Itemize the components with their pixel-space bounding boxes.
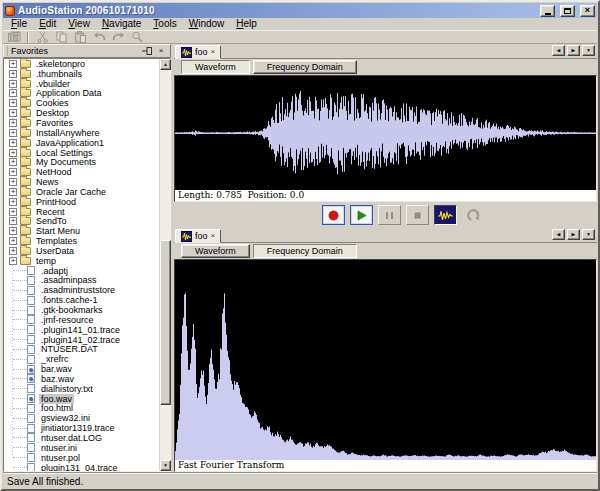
tree-item--asadminpass[interactable]: .asadminpass: [4, 276, 159, 286]
waveform-view-button[interactable]: Waveform: [181, 244, 250, 258]
tree-item-nethood[interactable]: +NetHood: [4, 167, 159, 177]
tree-item--gtk-bookmarks[interactable]: .gtk-bookmarks: [4, 305, 159, 315]
close-button[interactable]: ×: [580, 5, 595, 17]
waveform-canvas[interactable]: [175, 76, 596, 189]
tree-item-bar-wav[interactable]: bar.wav: [4, 364, 159, 374]
menu-item-help[interactable]: Help: [230, 18, 263, 30]
expand-icon[interactable]: +: [9, 149, 17, 157]
tree-item-local-settings[interactable]: +Local Settings: [4, 148, 159, 158]
expand-icon[interactable]: +: [9, 227, 17, 235]
expand-icon[interactable]: +: [9, 237, 17, 245]
tree-item--thumbnails[interactable]: +.thumbnails: [4, 69, 159, 79]
tab-foo[interactable]: foo ×: [175, 45, 221, 59]
tree-item--fonts-cache-1[interactable]: .fonts.cache-1: [4, 295, 159, 305]
tree-item-templates[interactable]: +Templates: [4, 236, 159, 246]
cut-icon[interactable]: [34, 31, 50, 43]
play-button[interactable]: [350, 205, 373, 225]
undo-icon[interactable]: [91, 31, 107, 43]
tree-scrollbar[interactable]: ▲ ▼: [159, 59, 170, 471]
expand-icon[interactable]: +: [9, 129, 17, 137]
sidebar-close-icon[interactable]: ×: [155, 46, 167, 57]
tab-close-icon[interactable]: ×: [211, 232, 216, 240]
tree-item-my-documents[interactable]: +My Documents: [4, 157, 159, 167]
tree-item-baz-wav[interactable]: baz.wav: [4, 374, 159, 384]
expand-icon[interactable]: +: [9, 119, 17, 127]
waveform-view-button[interactable]: [434, 205, 457, 225]
frequency-domain-view-button[interactable]: Frequency Domain: [253, 244, 357, 258]
expand-icon[interactable]: +: [9, 139, 17, 147]
tree-item--plugin141-02-trace[interactable]: .plugin141_02.trace: [4, 335, 159, 345]
tree-item-dialhistory-txt[interactable]: dialhistory.txt: [4, 384, 159, 394]
expand-icon[interactable]: +: [9, 217, 17, 225]
tab-foo-2[interactable]: foo ×: [175, 229, 221, 243]
expand-icon[interactable]: +: [9, 208, 17, 216]
tree-item-foo-wav[interactable]: foo.wav: [4, 394, 159, 404]
title-bar[interactable]: AudioStation 200610171010 ×: [3, 3, 597, 18]
tab-scroll-left-button[interactable]: ◀: [552, 45, 565, 56]
pause-button[interactable]: [378, 205, 401, 225]
tree-item-ntuser-pol[interactable]: ntuser.pol: [4, 453, 159, 463]
scroll-down-button[interactable]: ▼: [160, 460, 171, 471]
expand-icon[interactable]: +: [9, 188, 17, 196]
tree-item-desktop[interactable]: +Desktop: [4, 108, 159, 118]
expand-icon[interactable]: +: [9, 70, 17, 78]
tree-item--adaptj[interactable]: .adaptj: [4, 266, 159, 276]
tree-item--vbuilder[interactable]: +.vbuilder: [4, 79, 159, 89]
tree-item-userdata[interactable]: +UserData: [4, 246, 159, 256]
save-all-icon[interactable]: [6, 31, 22, 43]
scroll-up-button[interactable]: ▲: [160, 59, 171, 70]
expand-icon[interactable]: +: [9, 109, 17, 117]
maximize-button[interactable]: [560, 5, 575, 17]
loop-button[interactable]: [462, 205, 485, 225]
tree-item-recent[interactable]: +Recent: [4, 207, 159, 217]
tree-item--jmf-resource[interactable]: .jmf-resource: [4, 315, 159, 325]
stop-button[interactable]: [406, 205, 429, 225]
waveform-display[interactable]: [175, 76, 596, 190]
waveform-view-button[interactable]: Waveform: [181, 60, 250, 74]
record-button[interactable]: [322, 205, 345, 225]
tree-item-temp[interactable]: +temp: [4, 256, 159, 266]
search-icon[interactable]: [129, 31, 145, 43]
tree-item-gsview32-ini[interactable]: gsview32.ini: [4, 413, 159, 423]
tree-item--asadmintruststore[interactable]: .asadmintruststore: [4, 285, 159, 295]
minimize-button[interactable]: [540, 5, 555, 17]
tab-list-button[interactable]: ▼: [582, 229, 595, 240]
tree-item-foo-html[interactable]: foo.html: [4, 404, 159, 414]
menu-item-edit[interactable]: Edit: [33, 18, 62, 30]
tab-scroll-left-button[interactable]: ◀: [552, 229, 565, 240]
expand-icon[interactable]: +: [9, 80, 17, 88]
tree-item-favorites[interactable]: +Favorites: [4, 118, 159, 128]
pin-icon[interactable]: [141, 46, 153, 57]
tree-item-cookies[interactable]: +Cookies: [4, 98, 159, 108]
tab-list-button[interactable]: ▼: [582, 45, 595, 56]
tree-item-start-menu[interactable]: +Start Menu: [4, 226, 159, 236]
expand-icon[interactable]: +: [9, 99, 17, 107]
tree-item-plugin131-04-trace[interactable]: plugin131_04.trace: [4, 463, 159, 471]
tree-item-installanywhere[interactable]: +InstallAnywhere: [4, 128, 159, 138]
copy-icon[interactable]: [53, 31, 69, 43]
menu-item-navigate[interactable]: Navigate: [96, 18, 147, 30]
menu-item-file[interactable]: File: [5, 18, 33, 30]
tab-close-icon[interactable]: ×: [211, 48, 216, 56]
tree-item-oracle-jar-cache[interactable]: +Oracle Jar Cache: [4, 187, 159, 197]
tree-item--xrefrc[interactable]: _xrefrc: [4, 354, 159, 364]
tree-item-sendto[interactable]: +SendTo: [4, 217, 159, 227]
tree-item-jinitiator1319-trace[interactable]: jinitiator1319.trace: [4, 423, 159, 433]
expand-icon[interactable]: +: [9, 89, 17, 97]
tree-item--plugin141-01-trace[interactable]: .plugin141_01.trace: [4, 325, 159, 335]
expand-icon[interactable]: +: [9, 198, 17, 206]
menu-item-tools[interactable]: Tools: [147, 18, 182, 30]
scroll-thumb[interactable]: [160, 240, 171, 405]
menu-item-view[interactable]: View: [62, 18, 96, 30]
expand-icon[interactable]: +: [9, 60, 17, 68]
tab-scroll-right-button[interactable]: ▶: [567, 229, 580, 240]
paste-icon[interactable]: [72, 31, 88, 43]
tree-item-javaapplication1[interactable]: +JavaApplication1: [4, 138, 159, 148]
tree-item-ntuser-ini[interactable]: ntuser.ini: [4, 443, 159, 453]
expand-icon[interactable]: +: [9, 178, 17, 186]
tab-scroll-right-button[interactable]: ▶: [567, 45, 580, 56]
expand-icon[interactable]: +: [9, 257, 17, 265]
redo-icon[interactable]: [110, 31, 126, 43]
tree-item-application-data[interactable]: +Application Data: [4, 89, 159, 99]
expand-icon[interactable]: +: [9, 158, 17, 166]
